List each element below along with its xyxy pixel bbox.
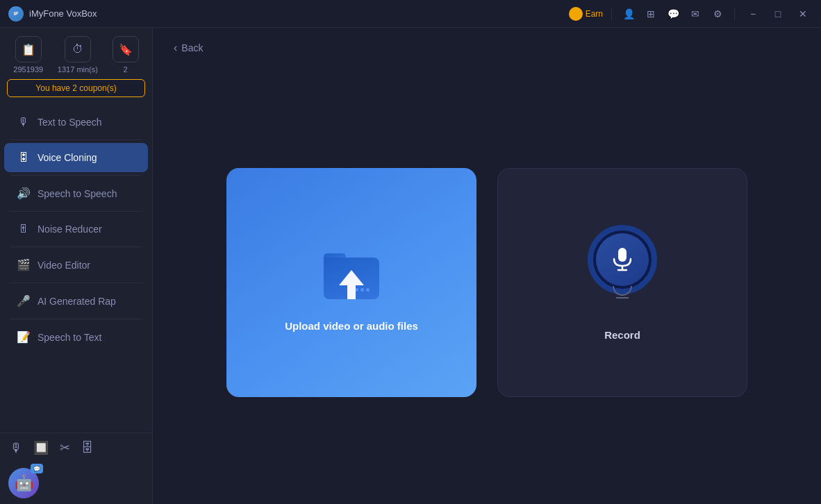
upload-card[interactable]: Upload video or audio files [226, 168, 476, 397]
coupon-bar[interactable]: You have 2 coupon(s) [7, 79, 145, 97]
mic-svg-icon [611, 246, 633, 273]
mic-arc [613, 286, 632, 296]
main-layout: 📋 2951939 ⏱ 1317 min(s) 🔖 2 You have 2 c… [0, 28, 821, 504]
user-icon[interactable]: 👤 [620, 6, 637, 22]
maximize-button[interactable]: □ [768, 4, 788, 24]
sidebar-bottom-icons: 🎙 🔲 ✂ 🗄 [0, 432, 152, 462]
sidebar-item-speech-to-text[interactable]: 📝 Speech to Text [4, 322, 148, 352]
scissors-bottom-icon[interactable]: ✂ [60, 440, 70, 455]
sidebar-item-noise-reducer[interactable]: 🎚 Noise Reducer [4, 215, 148, 244]
arrow-head [339, 270, 364, 285]
divider-6 [10, 319, 142, 319]
back-button[interactable]: ‹ Back [174, 42, 800, 54]
settings-icon[interactable]: ⚙ [709, 6, 726, 22]
sidebar: 📋 2951939 ⏱ 1317 min(s) 🔖 2 You have 2 c… [0, 28, 153, 504]
mic-base-bar [616, 297, 629, 299]
earn-label: Earn [586, 9, 603, 19]
content-area: ‹ Back [153, 28, 821, 504]
divider-2 [10, 175, 142, 176]
grid-icon[interactable]: ⊞ [642, 6, 659, 22]
upload-card-label: Upload video or audio files [285, 320, 418, 332]
close-button[interactable]: ✕ [793, 4, 813, 24]
text-to-speech-label: Text to Speech [38, 117, 102, 128]
stats-bar: 📋 2951939 ⏱ 1317 min(s) 🔖 2 [0, 28, 152, 79]
voice-cloning-label: Voice Cloning [38, 152, 97, 163]
dot-3 [366, 288, 370, 292]
chatbot-widget[interactable]: 🤖 💬 [0, 462, 152, 504]
noise-reducer-label: Noise Reducer [38, 224, 102, 235]
speech-to-speech-icon: 🔊 [17, 187, 31, 200]
chatbot-icon: 🤖 💬 [8, 468, 39, 498]
app-title: iMyFone VoxBox [29, 8, 97, 19]
noise-reducer-icon: 🎚 [17, 223, 31, 235]
titlebar: iF iMyFone VoxBox Earn 👤 ⊞ 💬 ✉ ⚙ − □ ✕ [0, 0, 821, 28]
chat-bubble-icon: 💬 [31, 464, 43, 473]
voice-cloning-icon: 🎛 [17, 151, 31, 164]
sidebar-item-ai-generated-rap[interactable]: 🎤 AI Generated Rap [4, 286, 148, 316]
sidebar-item-text-to-speech[interactable]: 🎙 Text to Speech [4, 108, 148, 137]
frame-bottom-icon[interactable]: 🔲 [33, 440, 49, 455]
stat-characters: 📋 2951939 [13, 36, 43, 74]
ai-rap-icon: 🎤 [17, 294, 31, 308]
titlebar-sep-2 [734, 7, 735, 21]
coupons-value: 2 [124, 65, 128, 74]
mic-outer-ring [588, 225, 657, 294]
video-editor-label: Video Editor [38, 260, 90, 271]
upload-illustration [317, 233, 386, 299]
arrow-shaft [347, 285, 356, 299]
mic-stand-group [613, 286, 632, 299]
upload-arrow [339, 270, 364, 299]
titlebar-right: Earn 👤 ⊞ 💬 ✉ ⚙ − □ ✕ [569, 4, 813, 24]
sidebar-nav: 🎙 Text to Speech 🎛 Voice Cloning 🔊 Speec… [0, 107, 152, 432]
record-card[interactable]: Record [497, 168, 747, 397]
characters-icon: 📋 [15, 36, 42, 62]
minimize-button[interactable]: − [743, 4, 763, 24]
microphone-illustration [588, 225, 657, 294]
divider-5 [10, 283, 142, 283]
record-card-label: Record [604, 329, 640, 341]
stat-minutes: ⏱ 1317 min(s) [58, 36, 98, 74]
app-icon: iF [8, 6, 24, 22]
minutes-icon: ⏱ [65, 36, 91, 62]
back-label: Back [181, 42, 203, 53]
video-editor-icon: 🎬 [17, 258, 31, 271]
titlebar-left: iF iMyFone VoxBox [8, 6, 97, 22]
briefcase-bottom-icon[interactable]: 🗄 [81, 441, 94, 455]
coupons-icon: 🔖 [113, 36, 139, 62]
speech-to-text-label: Speech to Text [38, 332, 101, 343]
mic-inner-ring [596, 233, 649, 286]
text-to-speech-icon: 🎙 [17, 116, 31, 128]
sidebar-item-video-editor[interactable]: 🎬 Video Editor [4, 250, 148, 280]
svg-rect-0 [618, 248, 627, 262]
sidebar-item-speech-to-speech[interactable]: 🔊 Speech to Speech [4, 178, 148, 208]
ai-rap-label: AI Generated Rap [38, 296, 116, 307]
speech-to-speech-label: Speech to Speech [38, 188, 117, 199]
speech-to-text-icon: 📝 [17, 330, 31, 344]
divider-3 [10, 211, 142, 212]
microphone-bottom-icon[interactable]: 🎙 [10, 441, 22, 455]
discord-icon[interactable]: 💬 [665, 6, 681, 22]
divider-4 [10, 246, 142, 247]
sidebar-item-voice-cloning[interactable]: 🎛 Voice Cloning [4, 143, 148, 172]
characters-value: 2951939 [13, 65, 43, 74]
divider-1 [10, 140, 142, 140]
mail-icon[interactable]: ✉ [687, 6, 704, 22]
stat-coupons: 🔖 2 [113, 36, 139, 74]
earn-button[interactable]: Earn [569, 7, 603, 21]
earn-circle-icon [569, 7, 583, 21]
back-chevron-icon: ‹ [174, 42, 177, 54]
cards-container: Upload video or audio files [174, 75, 800, 490]
titlebar-sep-1 [611, 7, 612, 21]
minutes-value: 1317 min(s) [58, 65, 98, 74]
